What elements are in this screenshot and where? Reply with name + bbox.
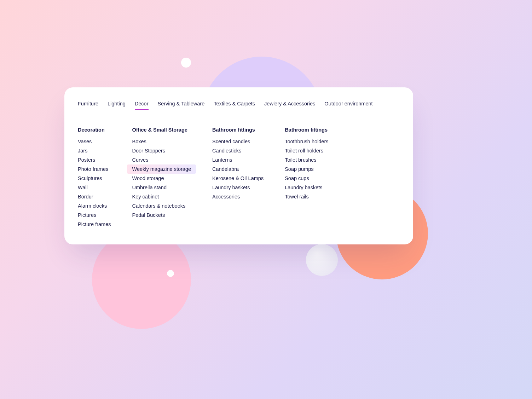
menu-item-toilet-roll-holders[interactable]: Toilet roll holders [285, 146, 328, 155]
decorative-dot [167, 270, 174, 277]
menu-item-lanterns[interactable]: Lanterns [212, 155, 264, 164]
decorative-blob [92, 230, 191, 329]
menu-item-candelabra[interactable]: Candelabra [212, 164, 264, 174]
menu-item-soap-pumps[interactable]: Soap pumps [285, 164, 328, 174]
menu-item-boxes[interactable]: Boxes [132, 137, 191, 146]
menu-item-candlesticks[interactable]: Candlesticks [212, 146, 264, 155]
mega-menu-card: FurnitureLightingDecorServing & Tablewar… [64, 87, 413, 244]
menu-item-vases[interactable]: Vases [78, 137, 111, 146]
menu-item-towel-rails[interactable]: Towel rails [285, 192, 328, 201]
tab-textiles-carpets[interactable]: Textiles & Carpets [214, 101, 255, 110]
category-tabs: FurnitureLightingDecorServing & Tablewar… [78, 101, 400, 110]
tab-outdoor-environment[interactable]: Outdoor environment [324, 101, 372, 110]
menu-item-toilet-brushes[interactable]: Toilet brushes [285, 155, 328, 164]
menu-item-picture-frames[interactable]: Picture frames [78, 220, 111, 229]
page-background: FurnitureLightingDecorServing & Tablewar… [0, 0, 532, 399]
menu-item-toothbrush-holders[interactable]: Toothbrush holders [285, 137, 328, 146]
menu-column: Bathroom fittingsToothbrush holdersToile… [285, 127, 328, 229]
menu-item-key-cabinet[interactable]: Key cabinet [132, 192, 191, 201]
subcategory-columns: DecorationVasesJarsPostersPhoto framesSc… [78, 127, 400, 229]
menu-item-posters[interactable]: Posters [78, 155, 111, 164]
decorative-dot [181, 58, 191, 68]
menu-item-alarm-clocks[interactable]: Alarm clocks [78, 201, 111, 210]
menu-item-curves[interactable]: Curves [132, 155, 191, 164]
menu-item-bordur[interactable]: Bordur [78, 192, 111, 201]
menu-item-scented-candles[interactable]: Scented candles [212, 137, 264, 146]
tab-jewlery-accessories[interactable]: Jewlery & Accessories [264, 101, 315, 110]
menu-item-laundry-baskets[interactable]: Laundry baskets [212, 183, 264, 192]
column-heading: Office & Small Storage [132, 127, 191, 133]
menu-column: Bathroom fittingsScented candlesCandlest… [212, 127, 264, 229]
menu-item-pedal-buckets[interactable]: Pedal Buckets [132, 210, 191, 220]
menu-item-soap-cups[interactable]: Soap cups [285, 174, 328, 183]
menu-item-laundry-baskets[interactable]: Laundry baskets [285, 183, 328, 192]
menu-item-sculptures[interactable]: Sculptures [78, 174, 111, 183]
menu-item-accessories[interactable]: Accessories [212, 192, 264, 201]
column-heading: Decoration [78, 127, 111, 133]
menu-item-wall[interactable]: Wall [78, 183, 111, 192]
menu-item-door-stoppers[interactable]: Door Stoppers [132, 146, 191, 155]
menu-column: Office & Small StorageBoxesDoor Stoppers… [132, 127, 191, 229]
menu-item-pictures[interactable]: Pictures [78, 210, 111, 220]
menu-item-wood-storage[interactable]: Wood storage [132, 174, 191, 183]
decorative-blob [306, 244, 338, 276]
menu-item-calendars-notebooks[interactable]: Calendars & notebooks [132, 201, 191, 210]
menu-column: DecorationVasesJarsPostersPhoto framesSc… [78, 127, 111, 229]
menu-item-jars[interactable]: Jars [78, 146, 111, 155]
tab-serving-tableware[interactable]: Serving & Tableware [158, 101, 205, 110]
tab-decor[interactable]: Decor [135, 101, 149, 110]
menu-item-photo-frames[interactable]: Photo frames [78, 164, 111, 174]
column-heading: Bathroom fittings [212, 127, 264, 133]
tab-lighting[interactable]: Lighting [108, 101, 126, 110]
menu-item-kerosene-oil-lamps[interactable]: Kerosene & Oil Lamps [212, 174, 264, 183]
menu-item-weekly-magazine-storage[interactable]: Weekly magazine storage [127, 164, 196, 174]
column-heading: Bathroom fittings [285, 127, 328, 133]
tab-furniture[interactable]: Furniture [78, 101, 98, 110]
menu-item-umbrella-stand[interactable]: Umbrella stand [132, 183, 191, 192]
